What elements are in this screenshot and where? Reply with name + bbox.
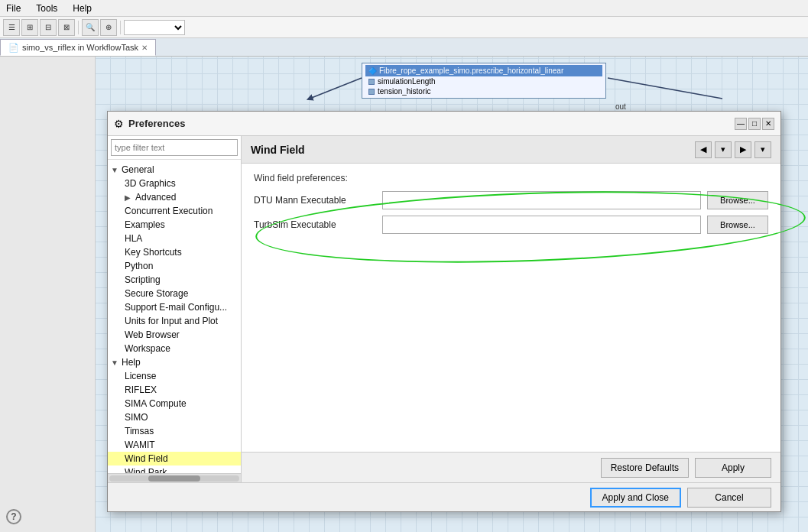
expand-icon-advanced: ▶ [125,193,132,202]
tree-item-examples[interactable]: Examples [108,218,241,232]
content-body: Wind field preferences: DTU Mann Executa… [242,164,780,452]
tree-label-general: General [122,164,154,175]
dialog-title-buttons: — □ ✕ [735,118,774,130]
form-row-dtu-mann: DTU Mann Executable Browse... [254,191,768,209]
tree-item-windfield[interactable]: Wind Field [108,452,241,466]
dialog-minimize-btn[interactable]: — [735,118,747,130]
tree-label-scripting: Scripting [125,274,161,285]
content-nav: ◀ ▾ ▶ ▾ [695,141,771,158]
tree-item-securestorage[interactable]: Secure Storage [108,287,241,300]
help-icon-btn[interactable]: ? [6,509,21,524]
tree-item-keyshortcuts[interactable]: Key Shortcuts [108,245,241,259]
tree-label-python: Python [125,261,153,271]
tree-item-concurrent[interactable]: Concurrent Execution [108,204,241,218]
tree-item-riflex[interactable]: RIFLEX [108,383,241,397]
content-header: Wind Field ◀ ▾ ▶ ▾ [242,136,780,164]
input-turbsim[interactable] [382,216,701,234]
tree-label-advanced: Advanced [135,192,176,203]
tree-panel: ▼ General 3D Graphics ▶ Advanced Co [108,136,242,482]
expand-icon-help: ▼ [111,358,118,367]
apply-btn[interactable]: Apply [695,458,771,478]
tree-item-python[interactable]: Python [108,259,241,273]
tree-item-hla[interactable]: HLA [108,232,241,245]
tree-label-timsas: Timsas [125,426,154,436]
tree-label-supportemail: Support E-mail Configu... [125,302,227,313]
tree-filter-area [108,136,241,160]
tree-scroll-track [109,475,239,482]
dialog-maximize-btn[interactable]: □ [748,118,761,130]
expand-icon-general: ▼ [111,166,118,174]
browse-btn-turbsim[interactable]: Browse... [707,216,768,234]
label-turbsim: TurbSim Executable [254,219,376,230]
dialog-titlebar: ⚙ Preferences — □ ✕ [108,112,780,136]
preferences-dialog: ⚙ Preferences — □ ✕ ▼ General [107,111,781,512]
nav-back-dropdown[interactable]: ▾ [715,141,732,158]
tree-label-windfield: Wind Field [125,453,168,464]
tree-label-examples: Examples [125,219,165,230]
content-title: Wind Field [251,144,305,156]
tree-scroll-thumb [148,475,200,482]
label-dtu-mann: DTU Mann Executable [254,195,376,206]
dialog-title-icon: ⚙ [114,118,124,130]
tree-item-workspace[interactable]: Workspace [108,342,241,355]
nav-back-btn[interactable]: ◀ [695,141,712,158]
tree-label-concurrent: Concurrent Execution [125,206,213,216]
tree-item-windpark[interactable]: Wind Park [108,466,241,473]
tree-label-license: License [125,371,156,381]
tree-item-help[interactable]: ▼ Help [108,355,241,369]
dialog-body: ▼ General 3D Graphics ▶ Advanced Co [108,136,780,482]
tree-filter-input[interactable] [111,139,238,156]
tree-label-simo: SIMO [125,412,148,423]
tree-label-riflex: RIFLEX [125,384,157,395]
nav-forward-dropdown[interactable]: ▾ [754,141,771,158]
tree-item-3dgraphics[interactable]: 3D Graphics [108,177,241,190]
tree-item-advanced[interactable]: ▶ Advanced [108,190,241,204]
input-dtu-mann[interactable] [382,191,701,209]
tree-item-timsas[interactable]: Timsas [108,424,241,438]
tree-label-help: Help [122,357,141,368]
dialog-title-text: Preferences [128,118,185,129]
dialog-overlay: ⚙ Preferences — □ ✕ ▼ General [0,0,808,532]
tree-scrollbar[interactable] [108,473,241,482]
tree-item-webbrowser[interactable]: Web Browser [108,328,241,342]
tree-label-workspace: Workspace [125,343,170,354]
tree-label-securestorage: Secure Storage [125,288,188,299]
content-panel: Wind Field ◀ ▾ ▶ ▾ Wind field preference… [242,136,780,482]
tree-label-windpark: Wind Park [125,467,167,473]
tree-item-units[interactable]: Units for Input and Plot [108,314,241,328]
tree-item-simo[interactable]: SIMO [108,410,241,424]
tree-content: ▼ General 3D Graphics ▶ Advanced Co [108,160,241,473]
tree-label-3dgraphics: 3D Graphics [125,178,176,189]
tree-label-units: Units for Input and Plot [125,316,218,326]
dialog-title-left: ⚙ Preferences [114,118,185,130]
cancel-btn[interactable]: Cancel [687,488,771,508]
dialog-footer: Apply and Close Cancel [108,482,780,511]
tree-item-scripting[interactable]: Scripting [108,273,241,287]
form-row-turbsim: TurbSim Executable Browse... [254,216,768,234]
dialog-close-btn[interactable]: ✕ [762,118,774,130]
apply-close-btn[interactable]: Apply and Close [590,488,681,508]
tree-label-wamit: WAMIT [125,440,155,450]
tree-item-simacompute[interactable]: SIMA Compute [108,397,241,410]
tree-label-simacompute: SIMA Compute [125,398,187,409]
tree-item-supportemail[interactable]: Support E-mail Configu... [108,300,241,314]
browse-btn-dtu-mann[interactable]: Browse... [707,191,768,209]
nav-forward-btn[interactable]: ▶ [735,141,751,158]
tree-label-keyshortcuts: Key Shortcuts [125,247,182,258]
tree-item-license[interactable]: License [108,369,241,383]
restore-defaults-btn[interactable]: Restore Defaults [601,458,689,478]
content-footer: Restore Defaults Apply [242,452,780,482]
section-label: Wind field preferences: [254,173,768,183]
tree-item-general[interactable]: ▼ General [108,163,241,177]
tree-label-webbrowser: Web Browser [125,329,180,340]
tree-label-hla: HLA [125,233,142,244]
tree-item-wamit[interactable]: WAMIT [108,438,241,452]
